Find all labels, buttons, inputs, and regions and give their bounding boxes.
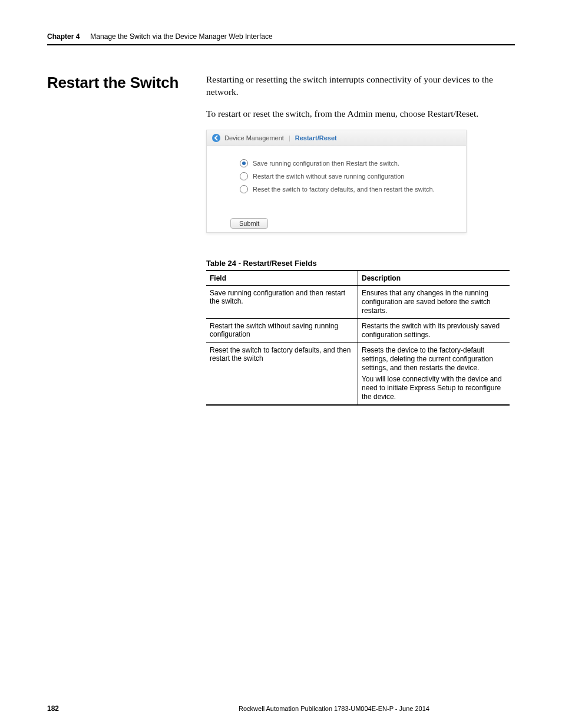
- page-number: 182: [47, 704, 189, 713]
- radio-option-save-restart[interactable]: Save running configuration then Restart …: [240, 159, 451, 167]
- section-heading: Restart the Switch: [47, 74, 189, 92]
- radio-option-restart-nosave[interactable]: Restart the switch without save running …: [240, 172, 451, 180]
- radio-icon: [240, 159, 248, 167]
- radio-label: Reset the switch to factory defaults, an…: [253, 186, 435, 193]
- fields-table: Field Description Save running configura…: [206, 270, 510, 406]
- desc-line: You will lose connectivity with the devi…: [362, 375, 506, 401]
- th-desc: Description: [358, 271, 510, 286]
- cell-desc: Ensures that any changes in the running …: [358, 285, 510, 318]
- table-row: Save running configuration and then rest…: [206, 285, 510, 318]
- desc-line: Restarts the switch with its previously …: [362, 322, 506, 340]
- publication-line: Rockwell Automation Publication 1783-UM0…: [189, 705, 480, 712]
- desc-line: Ensures that any changes in the running …: [362, 289, 506, 315]
- cell-field: Restart the switch without saving runnin…: [206, 318, 358, 342]
- radio-icon: [240, 185, 248, 193]
- svg-point-0: [212, 134, 220, 142]
- page-footer: 182 Rockwell Automation Publication 1783…: [47, 704, 515, 713]
- table-caption: Table 24 - Restart/Reset Fields: [206, 259, 515, 268]
- radio-label: Restart the switch without save running …: [253, 173, 404, 180]
- table-row: Reset the switch to factory defaults, an…: [206, 342, 510, 405]
- back-icon[interactable]: [211, 133, 221, 143]
- restart-reset-panel: Device Management | Restart/Reset Save r…: [206, 130, 467, 233]
- body-paragraph-1: Restarting or resetting the switch inter…: [206, 74, 515, 98]
- running-header: Chapter 4 Manage the Switch via the Devi…: [47, 32, 515, 45]
- submit-button[interactable]: Submit: [230, 218, 268, 229]
- radio-icon: [240, 172, 248, 180]
- cell-field: Save running configuration and then rest…: [206, 285, 358, 318]
- cell-field: Reset the switch to factory defaults, an…: [206, 342, 358, 405]
- radio-label: Save running configuration then Restart …: [253, 160, 399, 167]
- table-row: Restart the switch without saving runnin…: [206, 318, 510, 342]
- breadcrumb-parent[interactable]: Device Management: [224, 134, 284, 141]
- cell-desc: Resets the device to the factory-default…: [358, 342, 510, 405]
- panel-header: Device Management | Restart/Reset: [207, 130, 466, 146]
- cell-desc: Restarts the switch with its previously …: [358, 318, 510, 342]
- th-field: Field: [206, 271, 358, 286]
- chapter-label: Chapter 4: [47, 32, 80, 41]
- breadcrumb-separator: |: [289, 134, 290, 141]
- desc-line: Resets the device to the factory-default…: [362, 346, 506, 373]
- chapter-title: Manage the Switch via the Device Manager…: [90, 32, 272, 41]
- breadcrumb-current: Restart/Reset: [295, 134, 337, 141]
- radio-option-factory-reset[interactable]: Reset the switch to factory defaults, an…: [240, 185, 451, 193]
- body-paragraph-2: To restart or reset the switch, from the…: [206, 108, 515, 120]
